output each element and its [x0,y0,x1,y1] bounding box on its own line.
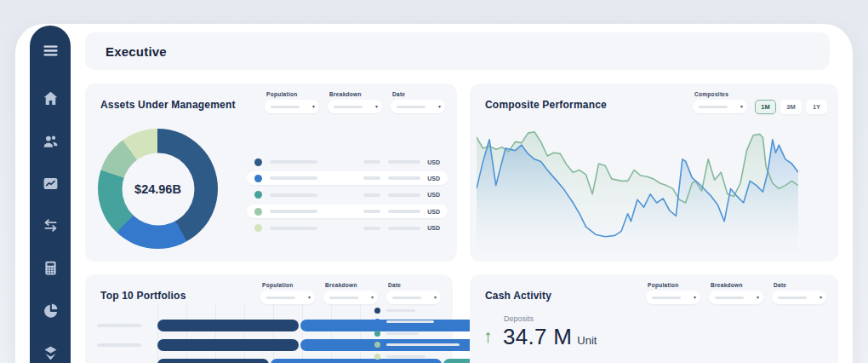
sidebar-item-home[interactable] [40,89,60,108]
population-filter-group: Population▾ [260,282,315,304]
population-select[interactable]: ▾ [265,100,319,113]
chevron-down-icon: ▾ [757,295,759,300]
legend-label-placeholder [270,176,317,180]
composite-line-chart[interactable] [477,124,798,251]
date-select[interactable]: ▾ [391,100,445,113]
legend-dot [254,208,262,216]
legend-amount-placeholder [388,193,420,197]
select-placeholder-bar [715,297,744,299]
card-top-10-portfolios: Top 10 Portfolios Population▾Breakdown▾D… [85,274,453,363]
bar-segment[interactable] [157,359,269,363]
legend-label-placeholder [386,343,460,346]
composite-card-title: Composite Performance [485,99,607,111]
breakdown-filter-label: Breakdown [329,91,382,97]
breakdown-select[interactable]: ▾ [323,291,378,304]
aum-legend-row[interactable]: USD [247,155,448,169]
legend-label-placeholder [270,227,317,230]
breakdown-filter-group: Breakdown▾ [709,282,763,304]
currency-label: USD [426,225,440,231]
cash-filterset: Population▾Breakdown▾Date▾ [646,282,826,304]
select-placeholder-bar [699,106,728,108]
range-button-1y[interactable]: 1Y [806,100,827,114]
aum-total-value: $24.96B [134,182,181,196]
legend-value-placeholder [363,210,380,213]
portfolios-legend-item[interactable] [374,342,460,349]
legend-label-placeholder [270,160,317,164]
date-filter-label: Date [392,91,445,97]
population-select[interactable]: ▾ [646,291,700,304]
composites-select[interactable]: ▾ [693,100,747,113]
date-select[interactable]: ▾ [772,291,826,304]
range-toggle-group: 1M3M1Y [755,100,827,114]
card-composite-performance: Composite Performance Composites▾ 1M3M1Y [470,84,838,262]
portfolios-legend-item[interactable] [374,330,460,337]
sidebar-item-clients[interactable] [40,131,60,151]
legend-label-placeholder [386,309,415,312]
breakdown-filter-group: Breakdown▾ [328,91,382,113]
clients-icon [42,132,60,150]
portfolios-legend-item[interactable] [374,319,460,326]
legend-value-placeholder [363,227,380,230]
chevron-down-icon: ▾ [371,295,374,300]
calculator-icon [42,259,60,277]
breakdown-select[interactable]: ▾ [328,100,382,113]
allocation-pie-icon [42,302,60,320]
legend-amount-placeholder [388,210,420,213]
breakdown-filter-label: Breakdown [711,282,763,288]
population-filter-label: Population [648,282,700,288]
date-filter-label: Date [388,282,441,288]
portfolios-legend-item[interactable] [374,307,460,314]
date-select[interactable]: ▾ [386,291,441,304]
sidebar-item-menu[interactable] [40,41,60,60]
currency-label: USD [426,159,440,165]
legend-amount-placeholder [388,176,420,180]
range-button-3m[interactable]: 3M [780,100,802,114]
aum-legend-row[interactable]: USD [247,171,448,185]
sidebar-item-transfers[interactable] [40,216,60,236]
chevron-down-icon: ▾ [694,295,696,300]
dashboard-root: Executive Assets Under Management Popula… [0,0,868,363]
bar-segment[interactable] [157,339,299,351]
legend-dot [374,319,380,325]
sidebar-item-performance[interactable] [40,174,60,193]
legend-label-placeholder [386,320,434,323]
range-button-1m[interactable]: 1M [755,100,776,114]
population-select[interactable]: ▾ [260,291,315,304]
breakdown-select[interactable]: ▾ [709,291,763,304]
aum-legend-row[interactable]: USD [247,188,448,202]
select-placeholder-bar [329,297,358,299]
cash-card-title: Cash Activity [485,290,551,302]
deposits-label: Deposits [504,314,534,323]
aum-legend-row[interactable]: USD [247,205,448,218]
sidebar-item-layers[interactable] [40,343,60,363]
breakdown-filter-label: Breakdown [325,282,378,288]
composite-filterset: Composites▾ [693,91,747,113]
performance-chart-icon [42,175,60,193]
aum-donut-hole: $24.96B [122,153,194,225]
select-placeholder-bar [397,106,425,108]
legend-dot [374,342,380,348]
date-filter-group: Date▾ [386,282,441,304]
sidebar-item-calculator[interactable] [40,258,60,278]
legend-value-placeholder [363,176,380,180]
date-filter-label: Date [774,282,826,288]
menu-icon [42,42,60,60]
portfolio-label-placeholder [97,343,141,347]
chevron-down-icon: ▾ [740,104,743,109]
bar-segment[interactable] [157,320,299,331]
legend-dot [254,158,262,166]
portfolios-legend-item[interactable] [374,353,460,360]
portfolios-filterset: Population▾Breakdown▾Date▾ [260,282,441,304]
select-placeholder-bar [778,297,807,299]
chevron-down-icon: ▾ [434,295,437,300]
aum-legend-row[interactable]: USD [247,222,448,235]
date-filter-group: Date▾ [772,282,826,304]
aum-legend: USDUSDUSDUSDUSD [247,155,448,238]
deposits-value: 34.7 M [503,324,572,350]
sidebar-item-allocation[interactable] [40,301,60,320]
currency-label: USD [426,192,440,198]
deposits-unit: Unit [577,334,597,347]
deposits-metric: 34.7 M Unit [503,324,597,350]
aum-donut-chart[interactable]: $24.96B [98,129,218,249]
chevron-down-icon: ▾ [375,104,378,109]
